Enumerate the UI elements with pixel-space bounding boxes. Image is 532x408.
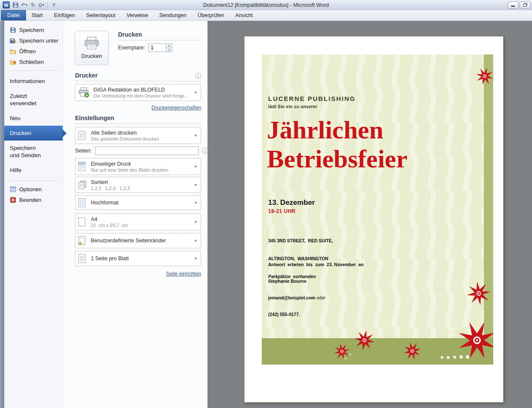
window-titlebar: W ↶ ▾ ↻ Ω ▾ ▾: [0, 0, 532, 10]
tab-ueberpruefen[interactable]: Überprüfen: [192, 11, 230, 20]
spin-up-button[interactable]: ▲: [166, 44, 172, 48]
flyer-rsvp-phone: (242) 555-0177.: [268, 312, 364, 317]
chevron-down-icon: ▾: [43, 3, 44, 7]
sidebar-item-label: Zuletzt verwendet: [10, 93, 36, 106]
flyer-address-line1: 345 3RD STREET, RED SUITE,: [268, 238, 333, 244]
tab-start[interactable]: Start: [26, 11, 48, 20]
printer-device-icon: [78, 87, 93, 98]
orientation-dropdown[interactable]: Hochformat ▾: [75, 195, 201, 210]
window-controls: [508, 1, 530, 9]
tab-ansicht[interactable]: Ansicht: [230, 11, 258, 20]
sidebar-item-speichern-unter[interactable]: Speichern unter: [4, 35, 63, 46]
printer-section-heading: Drucker i: [75, 72, 201, 81]
print-button[interactable]: Drucken: [75, 31, 109, 65]
printer-status: Die Verbindung mit dem Drucker wird herg…: [93, 93, 192, 98]
spin-down-button[interactable]: ▼: [166, 48, 172, 52]
section-title: Drucken: [118, 31, 142, 38]
dropdown-title: Sortiert: [91, 179, 192, 185]
dropdown-subtitle: 21 cm x 29,7 cm: [91, 223, 192, 228]
restore-button[interactable]: [520, 1, 530, 9]
printer-name: GIGA Redaktion an BLOFELD: [93, 87, 192, 93]
save-as-icon: [10, 37, 16, 44]
flyer-artwork: LUCERNE PUBLISHING lädt Sie ein zu unser…: [262, 55, 493, 365]
flyer-title: Jährlichen Betriebsfeier: [267, 115, 408, 173]
dropdown-title: Alle Seiten drucken: [91, 130, 192, 136]
chevron-down-icon: ▾: [192, 183, 199, 187]
chevron-down-icon: ▾: [192, 220, 199, 224]
poinsettia-flower-icon: [353, 328, 376, 352]
minimize-icon: [511, 6, 515, 7]
info-icon[interactable]: i: [195, 73, 201, 79]
sidebar-item-zuletzt-verwendet[interactable]: Zuletzt verwendet: [4, 89, 51, 111]
sidebar-item-label: Speichern und Senden: [10, 145, 41, 158]
redo-button[interactable]: ↻: [29, 1, 37, 9]
dropdown-title: Benutzerdefinierte Seitenränder: [91, 238, 192, 244]
sidebar-item-speichern[interactable]: Speichern: [4, 25, 63, 35]
settings-section-heading: Einstellungen: [75, 115, 201, 124]
save-icon: [12, 2, 19, 8]
window-title: Dokument12 [Kompatibilitätsmodus] - Micr…: [0, 2, 532, 8]
dropdown-subtitle: 1,2,3 1,2,3 1,2,3: [91, 186, 192, 191]
word-app-icon[interactable]: W: [3, 1, 10, 9]
page-setup-row: Seite einrichten: [75, 270, 201, 277]
page-setup-link[interactable]: Seite einrichten: [166, 271, 201, 277]
flyer-title-line2: Betriebsfeier: [267, 144, 408, 173]
print-settings-panel: Drucken Drucken Exemplare: ▲ ▼ Drucker i: [63, 21, 207, 408]
printer-dropdown[interactable]: GIGA Redaktion an BLOFELD Die Verbindung…: [75, 84, 201, 101]
sidebar-item-label: Öffnen: [19, 48, 36, 55]
quick-access-toolbar: ↶ ▾ ↻ Ω ▾ ▾: [12, 1, 58, 9]
printer-properties-link[interactable]: Druckereigenschaften: [151, 105, 201, 111]
sidebar-item-drucken[interactable]: Drucken: [4, 126, 63, 141]
sidebar-item-speichern-und-senden[interactable]: Speichern und Senden: [4, 141, 51, 163]
flyer-rsvp-name: Stephanie Bourne: [268, 279, 364, 284]
chevron-down-icon: ▾: [192, 90, 199, 95]
margins-dropdown[interactable]: Benutzerdefinierte Seitenränder ▾: [75, 233, 201, 248]
copies-input[interactable]: [148, 43, 166, 52]
print-preview-area: LUCERNE PUBLISHING lädt Sie ein zu unser…: [207, 21, 532, 408]
chevron-down-icon: ▾: [26, 3, 27, 7]
pages-input[interactable]: [95, 147, 199, 155]
copies-spinner: ▲ ▼: [148, 43, 172, 52]
portrait-orientation-icon: [78, 198, 91, 207]
flyer-rsvp-email-line: jemand@beispiel.com oder: [268, 295, 364, 301]
collation-dropdown[interactable]: Sortiert 1,2,3 1,2,3 1,2,3 ▾: [75, 177, 201, 193]
close-folder-icon: [10, 59, 16, 65]
backstage-sidebar: Speichern Speichern unter Öffnen: [4, 21, 63, 408]
print-range-dropdown[interactable]: Alle Seiten drucken Das gesamte Dokument…: [75, 127, 201, 144]
insert-symbol-button[interactable]: Ω ▾: [38, 1, 45, 9]
open-folder-icon: [10, 48, 16, 55]
flyer-rsvp: Antwort erbeten bis zum 23. November an …: [268, 251, 364, 328]
chevron-down-icon: ▾: [192, 238, 199, 243]
sidebar-item-informationen[interactable]: Informationen: [4, 74, 63, 89]
one-sided-print-icon: [78, 162, 91, 171]
tab-verweise[interactable]: Verweise: [121, 11, 154, 20]
paper-size-dropdown[interactable]: A4 21 cm x 29,7 cm ▾: [75, 213, 201, 230]
custom-margins-icon: [78, 236, 91, 245]
duplex-dropdown[interactable]: Einseitiger Druck Nur auf eine Seite des…: [75, 158, 201, 175]
flyer-title-line1: Jährlichen: [267, 115, 408, 144]
save-button[interactable]: [12, 1, 20, 9]
left-edge-strip: [0, 21, 4, 408]
sidebar-item-schliessen[interactable]: Schließen: [4, 57, 63, 67]
sidebar-separator: [9, 70, 58, 71]
sidebar-item-optionen[interactable]: Optionen: [4, 184, 63, 195]
minimize-button[interactable]: [508, 1, 518, 9]
undo-button[interactable]: ↶ ▾: [20, 1, 28, 9]
tab-einfuegen[interactable]: Einfügen: [49, 11, 81, 20]
sidebar-item-oeffnen[interactable]: Öffnen: [4, 46, 63, 57]
sidebar-item-hilfe[interactable]: Hilfe: [4, 163, 63, 178]
tab-seitenlayout[interactable]: Seitenlayout: [81, 11, 121, 20]
sidebar-item-neu[interactable]: Neu: [4, 111, 63, 126]
flyer-date: 13. Dezember: [268, 198, 315, 207]
section-title: Drucker: [75, 72, 98, 79]
tab-datei[interactable]: Datei: [1, 10, 26, 20]
tab-sendungen[interactable]: Sendungen: [154, 11, 192, 20]
pages-per-sheet-dropdown[interactable]: 1 Seite pro Blatt ▾: [75, 251, 201, 266]
customize-qat-button[interactable]: ▾: [50, 1, 58, 9]
sidebar-item-label: Schließen: [19, 59, 44, 65]
ribbon-tab-bar: Datei Start Einfügen Seitenlayout Verwei…: [0, 10, 532, 21]
sidebar-item-label: Optionen: [19, 186, 42, 193]
chevron-down-icon: ▾: [192, 164, 199, 169]
sidebar-item-beenden[interactable]: Beenden: [4, 195, 63, 205]
sidebar-item-label: Speichern: [19, 27, 44, 33]
